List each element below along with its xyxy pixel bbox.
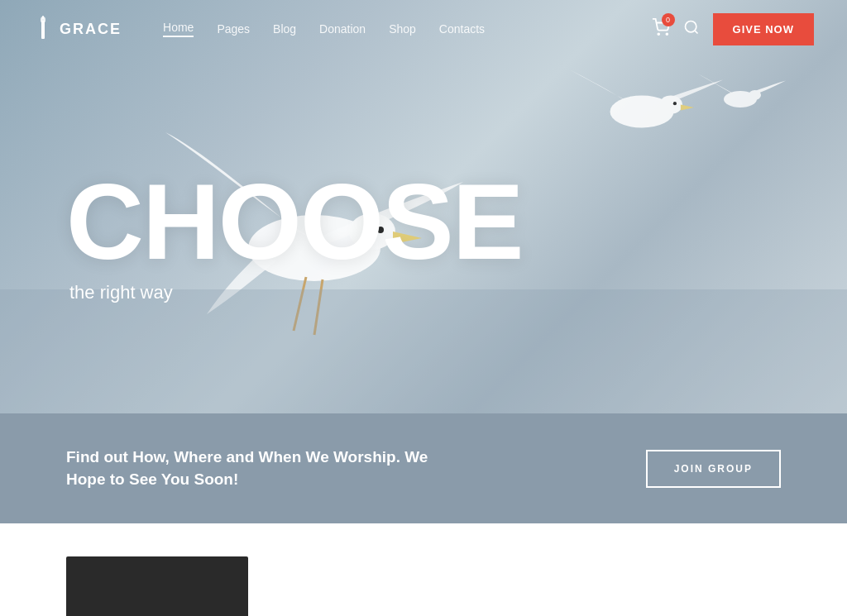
nav-item-home[interactable]: Home: [163, 21, 194, 37]
nav-item-donation[interactable]: Donation: [319, 22, 366, 36]
banner-line1: Find out How, Where and When We Worship.…: [66, 448, 428, 466]
logo-text: GRACE: [60, 21, 122, 38]
bottom-section: [0, 523, 847, 616]
site-header: GRACE Home Pages Blog Donation Shop Cont…: [0, 0, 847, 58]
nav-item-contacts[interactable]: Contacts: [439, 22, 485, 36]
banner-line2: Hope to See You Soon!: [66, 470, 238, 488]
nav-item-shop[interactable]: Shop: [389, 22, 416, 36]
hero-section: CHOOSE the right way: [0, 0, 847, 413]
main-nav: Home Pages Blog Donation Shop Contacts: [163, 21, 652, 37]
hero-subtitle: the right way: [69, 282, 781, 303]
svg-rect-0: [41, 21, 45, 39]
join-group-button[interactable]: JOIN GROUP: [646, 450, 781, 488]
bottom-card: [66, 556, 248, 616]
search-button[interactable]: [683, 19, 700, 40]
logo-icon: [33, 16, 53, 42]
hero-content: CHOOSE the right way: [0, 0, 847, 413]
svg-point-3: [658, 33, 659, 35]
cart-badge: 0: [662, 13, 675, 26]
cart-button[interactable]: 0: [652, 18, 670, 40]
banner-strip: Find out How, Where and When We Worship.…: [0, 413, 847, 523]
banner-text: Find out How, Where and When We Worship.…: [66, 446, 428, 490]
header-actions: 0 GIVE NOW: [652, 13, 814, 45]
search-icon: [683, 19, 700, 36]
hero-title: CHOOSE: [66, 168, 781, 275]
svg-point-4: [666, 33, 668, 35]
nav-item-pages[interactable]: Pages: [217, 22, 250, 36]
logo-link[interactable]: GRACE: [33, 16, 122, 42]
svg-point-5: [685, 21, 696, 31]
give-now-button[interactable]: GIVE NOW: [713, 13, 814, 45]
nav-item-blog[interactable]: Blog: [273, 22, 296, 36]
svg-line-6: [694, 30, 697, 33]
